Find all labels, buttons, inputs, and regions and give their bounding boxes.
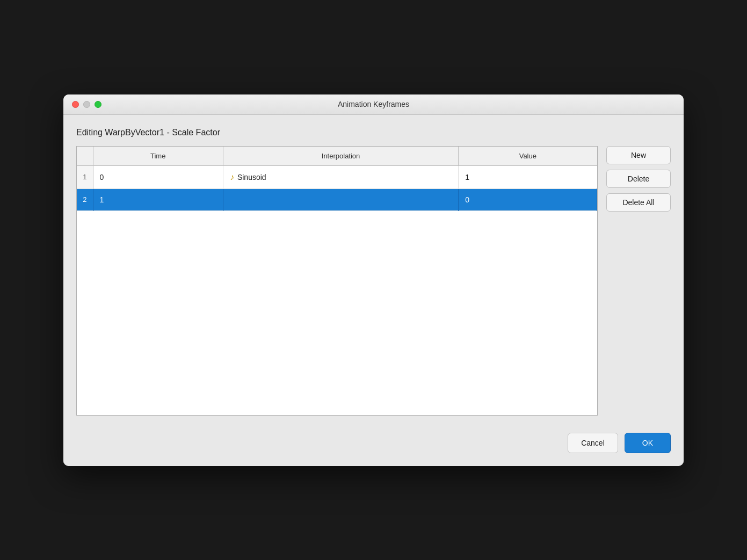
ok-button[interactable]: OK — [625, 433, 671, 453]
delete-button[interactable]: Delete — [606, 170, 671, 188]
interpolation-header: Interpolation — [223, 147, 458, 166]
sinusoid-icon: ♪ — [230, 172, 234, 182]
time-header: Time — [93, 147, 223, 166]
row-2-time[interactable]: 1 — [93, 188, 223, 210]
window-body: Editing WarpByVector1 - Scale Factor Tim… — [63, 115, 684, 466]
action-buttons-panel: New Delete Delete All — [606, 146, 671, 212]
traffic-lights — [72, 101, 101, 108]
footer-buttons: Cancel OK — [76, 428, 671, 453]
minimize-button[interactable] — [83, 101, 90, 108]
maximize-button[interactable] — [95, 101, 101, 108]
row-index-2: 2 — [77, 188, 93, 210]
table-header-row: Time Interpolation Value — [77, 147, 597, 166]
empty-table-area — [77, 211, 597, 415]
table-row[interactable]: 2 1 0 — [77, 188, 597, 210]
row-2-interpolation[interactable] — [223, 188, 458, 210]
cancel-button[interactable]: Cancel — [568, 433, 618, 453]
row-num-header — [77, 147, 93, 166]
new-button[interactable]: New — [606, 146, 671, 164]
keyframes-table-container: Time Interpolation Value 1 0 ♪ — [76, 146, 598, 416]
row-1-interpolation-label: Sinusoid — [237, 173, 266, 181]
application-window: Animation Keyframes Editing WarpByVector… — [63, 94, 684, 466]
window-title: Animation Keyframes — [338, 100, 409, 108]
close-button[interactable] — [72, 101, 79, 108]
row-1-time[interactable]: 0 — [93, 165, 223, 188]
row-2-value[interactable]: 0 — [459, 188, 597, 210]
table-row[interactable]: 1 0 ♪ Sinusoid 1 — [77, 165, 597, 188]
titlebar: Animation Keyframes — [63, 94, 684, 115]
row-1-interpolation[interactable]: ♪ Sinusoid — [223, 165, 458, 188]
keyframes-table: Time Interpolation Value 1 0 ♪ — [77, 147, 597, 211]
row-index-1: 1 — [77, 165, 93, 188]
editing-label: Editing WarpByVector1 - Scale Factor — [76, 128, 671, 137]
delete-all-button[interactable]: Delete All — [606, 193, 671, 212]
content-area: Time Interpolation Value 1 0 ♪ — [76, 146, 671, 416]
value-header: Value — [459, 147, 597, 166]
row-1-value[interactable]: 1 — [459, 165, 597, 188]
